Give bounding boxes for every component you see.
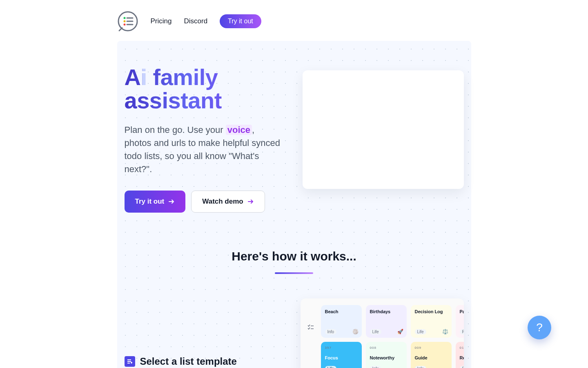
- tile-emoji-icon: 🏐: [352, 329, 359, 334]
- tile-title: Birthdays: [370, 309, 403, 314]
- tile-count: 008: [370, 346, 403, 350]
- tile-count: 009: [415, 346, 448, 350]
- headline-accent: i: [140, 64, 147, 90]
- tile-title: Decision Log: [415, 309, 448, 314]
- subheading: Plan on the go. Use your voice, photos a…: [125, 123, 284, 176]
- tile-title: Noteworthy: [370, 355, 403, 360]
- tile-tag: Life: [325, 366, 336, 368]
- tile-tag: Life: [370, 329, 381, 334]
- top-nav: Pricing Discord Try it out: [117, 0, 471, 41]
- section-divider: [275, 272, 313, 274]
- template-gallery: BeachInfo🏐BirthdaysLife🚀Decision LogLife…: [301, 298, 464, 368]
- how-it-works-heading: Here's how it works...: [125, 249, 464, 274]
- watch-demo-button[interactable]: Watch demo: [191, 191, 265, 213]
- svg-point-2: [123, 20, 125, 22]
- tile-title: Pantry: [460, 309, 464, 314]
- tile-tag: Food: [460, 329, 464, 334]
- step-title: Select a list template: [140, 356, 237, 367]
- button-label: Watch demo: [202, 197, 243, 206]
- button-label: Try it out: [135, 197, 165, 206]
- svg-point-3: [123, 24, 125, 26]
- svg-point-1: [123, 17, 125, 19]
- tile-tag: Info: [370, 366, 382, 368]
- svg-rect-8: [127, 361, 131, 362]
- section-title: Here's how it works...: [125, 249, 464, 263]
- template-tile[interactable]: BirthdaysLife🚀: [366, 305, 407, 338]
- tile-title: Recipe: [460, 355, 464, 360]
- template-icon: [125, 356, 135, 367]
- nav-cta-button[interactable]: Try it out: [220, 14, 261, 28]
- arrow-right-icon: [168, 198, 175, 205]
- nav-link-pricing[interactable]: Pricing: [151, 17, 172, 25]
- nav-link-discord[interactable]: Discord: [184, 17, 207, 25]
- template-tile[interactable]: BeachInfo🏐: [321, 305, 362, 338]
- tile-title: Beach: [325, 309, 358, 314]
- tile-title: Guide: [415, 355, 448, 360]
- template-tile[interactable]: 357FocusLife: [321, 342, 362, 368]
- tile-tag: Life: [415, 329, 426, 334]
- try-it-out-button[interactable]: Try it out: [125, 191, 186, 213]
- tile-count: 357: [325, 346, 358, 350]
- template-tile[interactable]: 010RecipeFood: [456, 342, 464, 368]
- tile-tag: Info: [325, 329, 337, 334]
- logo-icon[interactable]: [117, 11, 138, 32]
- template-tile[interactable]: 008NoteworthyInfo: [366, 342, 407, 368]
- tile-tag: Info: [415, 366, 427, 368]
- headline-part: A: [125, 64, 141, 90]
- checklist-icon: [307, 324, 314, 333]
- help-button[interactable]: ?: [528, 316, 551, 339]
- tile-emoji-icon: 🚀: [397, 329, 403, 334]
- page-title: Ai family assistant: [125, 65, 286, 112]
- tile-tag: Food: [460, 366, 464, 368]
- highlight-word: voice: [226, 125, 252, 135]
- svg-rect-7: [127, 359, 131, 360]
- step-heading: Select a list template: [125, 356, 291, 367]
- hero-panel: Ai family assistant Plan on the go. Use …: [117, 41, 471, 368]
- demo-video-placeholder[interactable]: [303, 70, 464, 189]
- template-tile[interactable]: Decision LogLife⚖️: [411, 305, 452, 338]
- svg-rect-9: [127, 363, 130, 364]
- arrow-right-icon: [247, 198, 254, 205]
- tile-title: Focus: [325, 355, 358, 360]
- template-tile[interactable]: 009GuideInfo: [411, 342, 452, 368]
- template-tile[interactable]: PantryFood: [456, 305, 464, 338]
- tile-count: 010: [460, 346, 464, 350]
- tile-emoji-icon: ⚖️: [442, 329, 448, 334]
